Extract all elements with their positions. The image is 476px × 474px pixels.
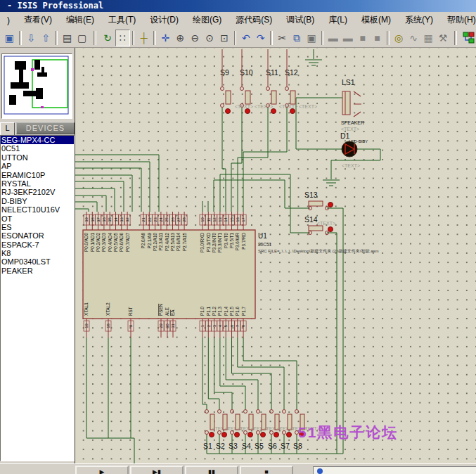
import-section-icon[interactable]: ⇩ [24,30,39,46]
push-button-s13[interactable] [309,201,333,210]
button-actuator-dot[interactable] [271,109,276,114]
menu-item-5[interactable]: 绘图(G) [186,12,229,28]
wire[interactable] [222,108,226,212]
schematic-editor-canvas[interactable]: 39P0.0/AD038P0.1/AD137P0.2/AD236P0.3/AD3… [75,48,476,464]
push-button-s3[interactable] [231,410,240,437]
menu-item-10[interactable]: 系统(Y) [398,12,440,28]
menu-item-8[interactable]: 库(L) [321,12,354,28]
zoom-all-icon[interactable]: ⊙ [202,30,217,46]
zoom-out-icon[interactable]: ⊖ [188,30,202,46]
menu-item-1[interactable]: 查看(V) [17,12,59,28]
push-button-s5[interactable] [257,410,266,437]
schematic-overview-minimap[interactable] [1,53,72,119]
block-rotate-icon[interactable]: ■ [355,30,370,46]
pan-icon[interactable]: ✛ [158,30,173,46]
menu-item-9[interactable]: 模板(M) [354,12,398,28]
zoom-area-icon[interactable]: ⊡ [217,30,232,46]
wire[interactable] [75,209,89,212]
push-button-s4[interactable] [244,410,254,437]
zoom-in-icon[interactable]: ⊕ [173,30,188,46]
device-list-item[interactable]: RYSTAL [1,179,74,188]
redo-icon[interactable]: ↷ [253,30,268,46]
button-actuator-dot[interactable] [328,203,333,207]
wire[interactable] [202,338,207,409]
device-list-item[interactable]: OMP0340LST [1,257,74,266]
wire[interactable] [75,168,141,212]
button-actuator-dot[interactable] [274,433,279,437]
device-list-item[interactable]: ERAMIC10P [1,171,74,179]
push-button-s1[interactable] [205,410,215,437]
mark-output-area-icon[interactable]: ▢ [75,30,89,46]
device-list-item[interactable]: UTTON [1,153,74,162]
undo-icon[interactable]: ↶ [238,30,253,46]
device-list-item[interactable]: ES [1,223,74,231]
devices-list[interactable]: SEG-MPX4-CC0C51UTTONAPERAMIC10PRYSTALRJ-… [0,135,75,461]
push-button-s2[interactable] [218,410,228,437]
button-actuator-dot[interactable] [290,109,295,114]
menu-item-11[interactable]: 帮助(H) [440,12,476,28]
step-button[interactable]: ▶▮ [130,466,184,474]
device-list-item[interactable]: AP [1,162,74,170]
wire[interactable] [220,174,310,233]
toggle-grid-icon[interactable]: ∷ [115,30,130,46]
button-actuator-dot[interactable] [210,433,214,437]
wire[interactable] [231,108,242,212]
menu-item-6[interactable]: 源代码(S) [229,12,279,28]
push-button-s9[interactable] [221,49,231,114]
menu-item-0[interactable]: ) [0,13,17,27]
save-icon[interactable]: ▣ [2,30,17,46]
menu-item-2[interactable]: 编辑(E) [59,12,101,28]
block-copy-icon[interactable]: ▬ [326,30,340,46]
wire[interactable] [75,188,115,212]
button-actuator-dot[interactable] [226,109,231,114]
wire[interactable] [75,162,150,212]
device-list-item[interactable]: D-BIBY [1,197,74,205]
button-actuator-dot[interactable] [235,433,240,437]
pick-devices-button[interactable]: L [0,122,15,136]
push-button-s7[interactable] [283,410,292,437]
origin-icon[interactable]: ┼ [136,30,151,46]
menu-item-7[interactable]: 调试(B) [279,12,321,28]
wire[interactable] [327,233,337,454]
button-actuator-dot[interactable] [248,433,253,437]
menu-item-4[interactable]: 设计(D) [143,12,186,28]
device-list-item[interactable]: ESONATOR [1,231,74,240]
push-button-s6[interactable] [270,410,280,437]
push-button-s14[interactable] [309,226,333,235]
device-list-item[interactable]: 0C51 [1,144,74,153]
find-component-icon[interactable]: ◎ [392,30,406,46]
device-list-item[interactable]: RJ-3EKF2102V [1,188,74,196]
wire[interactable] [75,155,159,212]
export-section-icon[interactable]: ⇧ [39,30,53,46]
play-button[interactable]: ▶ [75,466,129,474]
wire[interactable] [243,108,287,212]
menu-item-3[interactable]: 工具(T) [101,12,143,28]
device-list-item[interactable]: PEAKER [1,267,74,275]
copy-icon[interactable]: ⧉ [290,30,304,46]
component-mode-icon[interactable] [461,30,476,46]
paste-icon[interactable]: ▣ [304,30,319,46]
wire-autorouter-icon[interactable]: ∿ [406,30,421,46]
stop-button[interactable]: ■ [240,466,293,474]
edit-component-icon[interactable]: ▦ [421,30,436,46]
block-move-icon[interactable]: ▬ [340,30,355,46]
title-bar[interactable]: - ISIS Professional [0,0,476,12]
button-actuator-dot[interactable] [328,227,333,232]
device-list-item[interactable]: SEG-MPX4-CC [1,136,74,144]
button-actuator-dot[interactable] [287,433,292,437]
device-list-item[interactable]: K8 [1,249,74,257]
print-icon[interactable]: ▤ [60,30,75,46]
device-list-item[interactable]: OT [1,214,74,223]
speaker-body[interactable] [342,91,350,115]
design-tools-icon[interactable]: ⚒ [436,30,451,46]
cut-icon[interactable]: ✂ [275,30,290,46]
wire[interactable] [75,196,106,212]
wire[interactable] [327,208,343,454]
wire[interactable] [75,181,124,212]
wire[interactable] [75,202,97,212]
button-actuator-dot[interactable] [222,433,227,437]
device-list-item[interactable]: NELECT10U16V [1,205,74,214]
button-actuator-dot[interactable] [245,109,250,114]
block-delete-icon[interactable]: ■ [370,30,385,46]
wire[interactable] [214,180,310,212]
